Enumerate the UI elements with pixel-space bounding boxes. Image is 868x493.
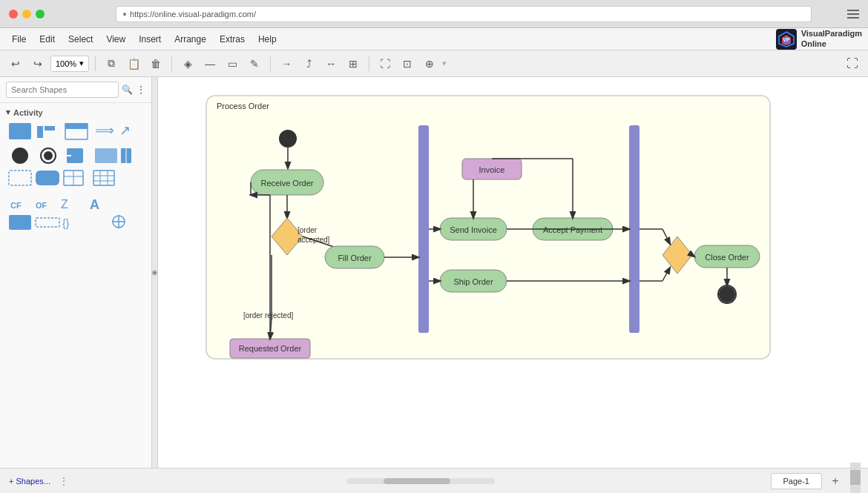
shape-start[interactable] [12,148,28,164]
add-page-button[interactable]: + [828,474,843,489]
close-button[interactable] [9,10,18,19]
svg-rect-31 [36,218,59,227]
menu-help[interactable]: Help [252,32,283,47]
page-tab[interactable]: Page-1 [771,473,822,489]
menu-view[interactable]: View [100,32,131,47]
line-color-button[interactable]: — [200,54,220,73]
menu-extras[interactable]: Extras [214,32,251,47]
waypoint-button[interactable]: ⤴ [299,54,318,73]
vp-logo-text: VisualParadigm Online [801,29,862,48]
search-menu-icon[interactable]: ⋮ [136,82,146,97]
zoom-control[interactable]: 100% ▾ [50,56,89,72]
status-bar: + Shapes... ⋮ Page-1 + [0,468,868,493]
svg-point-10 [44,151,53,160]
vp-logo: VP VisualParadigm Online [776,29,862,50]
start-node[interactable] [279,130,297,148]
delete-button[interactable]: 🗑 [146,54,165,73]
activity-section-title[interactable]: ▾ Activity [6,107,145,117]
fullscreen-button[interactable]: ⛶ [843,54,862,73]
svg-text:⟹: ⟹ [95,123,114,138]
diagram-svg: Process Order Receive Order Requested Or… [199,88,785,385]
zoom-value: 100% [56,59,76,68]
menu-edit[interactable]: Edit [33,32,61,47]
undo-button[interactable]: ↩ [6,54,25,73]
url-text: https://online.visual-paradigm.com/ [130,10,256,19]
end-node[interactable] [720,287,734,302]
search-input[interactable] [6,82,119,98]
traffic-lights [9,10,45,19]
search-bar: 🔍 ⋮ [0,77,151,103]
svg-text:Send Invoice: Send Invoice [450,225,497,234]
menu-insert[interactable]: Insert [133,32,167,47]
svg-rect-13 [95,148,117,163]
redo-button[interactable]: ↪ [28,54,47,73]
horizontal-scrollbar[interactable] [346,478,495,484]
shape-rectangle[interactable] [9,123,31,139]
group-button[interactable]: ⊞ [343,54,363,73]
fit-button[interactable]: ⛶ [375,54,395,73]
reset-button[interactable]: ⊡ [398,54,417,73]
address-bar[interactable]: ● https://online.visual-paradigm.com/ [116,6,812,22]
main-layout: 🔍 ⋮ ▾ Activity ⟹ ↗ [0,77,868,468]
style-button[interactable]: ✎ [245,54,264,73]
svg-text:Receive Order: Receive Order [261,179,314,188]
canvas-area[interactable]: Process Order Receive Order Requested Or… [158,77,868,468]
partition-bar-1 [418,125,429,333]
collapse-icon: ◉ [151,270,159,276]
add-button[interactable]: ⊕ [420,54,439,73]
svg-rect-17 [36,171,59,185]
svg-text:{}: {} [62,217,70,229]
paste-button[interactable]: 📋 [124,54,143,73]
add-shapes-button[interactable]: + Shapes... [9,477,50,486]
svg-rect-30 [9,215,31,230]
collapse-icon: ▾ [6,107,10,117]
title-bar: ● https://online.visual-paradigm.com/ [0,0,868,28]
vp-logo-icon: VP [776,29,797,50]
search-icon[interactable]: 🔍 [122,82,133,97]
zoom-chevron: ▾ [79,59,84,68]
page-menu-button[interactable]: ⋮ [56,474,71,489]
svg-text:[order rejected]: [order rejected] [243,311,293,320]
toolbar-separator-4 [369,56,369,71]
maximize-button[interactable] [36,10,45,19]
copy-button[interactable]: ⧉ [102,54,121,73]
sidebar: 🔍 ⋮ ▾ Activity ⟹ ↗ [0,77,152,468]
minimize-button[interactable] [22,10,31,19]
connection-button[interactable]: ↔ [321,54,341,73]
svg-text:OF: OF [36,201,47,210]
menu-bar: File Edit Select View Insert Arrange Ext… [0,28,868,50]
svg-text:Requested Order: Requested Order [239,344,302,353]
svg-rect-16 [9,171,31,185]
svg-text:Close Order: Close Order [705,253,749,262]
sidebar-collapse-strip[interactable]: ◉ [152,77,158,468]
shape-fork[interactable] [37,126,43,138]
canvas[interactable]: Process Order Receive Order Requested Or… [158,77,868,468]
toolbar: ↩ ↪ 100% ▾ ⧉ 📋 🗑 ◈ — ▭ ✎ → ⤴ ↔ ⊞ ⛶ ⊡ ⊕ ▾… [0,50,868,77]
toolbar-separator-1 [95,56,96,71]
svg-text:Z: Z [61,198,68,211]
menu-arrange[interactable]: Arrange [168,32,212,47]
vertical-scrollbar[interactable] [850,463,861,494]
menu-select[interactable]: Select [62,32,99,47]
shape-button[interactable]: ▭ [223,54,242,73]
connector-button[interactable]: → [277,54,296,73]
svg-text:↗: ↗ [119,123,131,138]
svg-text:CF: CF [10,201,22,210]
svg-text:A: A [90,197,99,212]
svg-rect-21 [93,171,114,185]
svg-text:Invoice: Invoice [479,165,505,174]
shape-palette: ⟹ ↗ [6,123,143,271]
partition-bar-2 [629,125,640,333]
svg-text:VP: VP [783,37,790,42]
menu-file[interactable]: File [6,32,32,47]
shape-join[interactable] [45,126,55,130]
fill-button[interactable]: ◈ [178,54,197,73]
activity-section: ▾ Activity ⟹ ↗ [0,103,151,278]
toolbar-separator-3 [270,56,271,71]
add-chevron: ▾ [442,59,447,68]
svg-text:Ship Order: Ship Order [453,277,493,286]
diagram-title-text: Process Order [217,102,269,110]
toolbar-separator-2 [171,56,172,71]
hamburger-menu[interactable] [847,10,859,19]
svg-text:[order: [order [297,226,318,234]
